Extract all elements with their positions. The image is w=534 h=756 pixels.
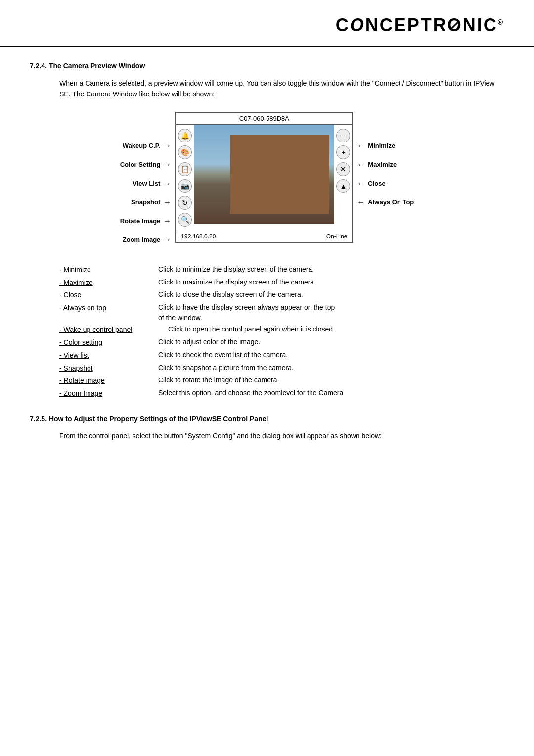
logo: CONCEPTRONIC® <box>30 15 504 36</box>
desc-def-snapshot: Click to snapshot a picture from the cam… <box>158 363 294 373</box>
desc-maximize: - Maximize Click to maximize the display… <box>59 277 504 289</box>
desc-minimize: - Minimize Click to minimize the display… <box>59 264 504 276</box>
arrow-right-icon: → <box>163 179 171 188</box>
camera-title-bar: C07-060-589D8A <box>176 113 352 125</box>
desc-term-view-list: - View list <box>59 350 158 362</box>
snapshot-icon[interactable]: 📷 <box>178 179 192 193</box>
desc-term-rotate-image: - Rotate image <box>59 375 158 387</box>
desc-def-rotate-image: Click to rotate the image of the camera. <box>158 375 279 385</box>
desc-term-close: - Close <box>59 289 158 301</box>
desc-term-snapshot: - Snapshot <box>59 363 158 375</box>
rotate-icon[interactable]: ↻ <box>178 196 192 210</box>
arrow-left-icon: ← <box>357 179 365 188</box>
desc-view-list: - View list Click to check the event lis… <box>59 350 504 362</box>
arrow-left-icon: ← <box>357 160 365 169</box>
minimize-cam-icon[interactable]: − <box>336 129 350 142</box>
desc-def-view-list: Click to check the event list of the cam… <box>158 350 288 360</box>
camera-window: C07-060-589D8A 🔔 🎨 📋 📷 ↻ 🔍 <box>175 112 353 243</box>
label-zoom: Zoom Image → <box>123 231 172 249</box>
description-table: - Minimize Click to minimize the display… <box>59 264 504 400</box>
camera-body: 🔔 🎨 📋 📷 ↻ 🔍 <box>176 125 352 231</box>
camera-right-icons: − + ✕ ▲ <box>334 125 352 231</box>
camera-status: On-Line <box>326 233 348 240</box>
camera-diagram: Wakeup C.P. → Color Setting → View List … <box>30 112 504 249</box>
desc-def-maximize: Click to maximize the display screen of … <box>158 277 316 287</box>
desc-always-on-top: - Always on top Click to have the displa… <box>59 302 504 323</box>
label-wakeup: Wakeup C.P. → <box>123 137 172 155</box>
label-view-list: View List → <box>133 174 171 193</box>
left-labels: Wakeup C.P. → Color Setting → View List … <box>120 137 176 249</box>
label-close: ← Close <box>357 174 414 193</box>
wakeup-icon[interactable]: 🔔 <box>178 129 192 142</box>
section-725: 7.2.5. How to Adjust the Property Settin… <box>30 415 504 441</box>
arrow-right-icon: → <box>163 217 171 226</box>
page-content: 7.2.4. The Camera Preview Window When a … <box>0 62 534 441</box>
label-always-on-top: ← Always On Top <box>357 193 414 212</box>
maximize-cam-icon[interactable]: + <box>336 145 350 159</box>
desc-term-minimize: - Minimize <box>59 264 158 276</box>
section-724-intro: When a Camera is selected, a preview win… <box>59 78 504 100</box>
page-header: CONCEPTRONIC® <box>0 0 534 47</box>
label-minimize: ← Minimize <box>357 137 414 155</box>
section-725-text: From the control panel, select the butto… <box>59 430 504 441</box>
desc-def-wakeup: Click to open the control panel again wh… <box>168 324 335 334</box>
color-setting-icon[interactable]: 🎨 <box>178 145 192 159</box>
desc-zoom-image: - Zoom Image Select this option, and cho… <box>59 388 504 400</box>
arrow-right-icon: → <box>163 236 171 244</box>
desc-def-close: Click to close the display screen of the… <box>158 289 303 300</box>
desc-rotate-image: - Rotate image Click to rotate the image… <box>59 375 504 387</box>
desc-color-setting: - Color setting Click to adjust color of… <box>59 337 504 349</box>
camera-ip: 192.168.0.20 <box>181 233 216 240</box>
arrow-right-icon: → <box>163 160 171 169</box>
desc-snapshot: - Snapshot Click to snapshot a picture f… <box>59 363 504 375</box>
desc-term-color-setting: - Color setting <box>59 337 158 349</box>
camera-image <box>194 125 334 224</box>
desc-term-always-on-top: - Always on top <box>59 302 158 314</box>
always-on-top-icon[interactable]: ▲ <box>336 179 350 193</box>
label-color-setting: Color Setting → <box>120 155 172 174</box>
building-facade <box>230 135 329 214</box>
section-725-heading: 7.2.5. How to Adjust the Property Settin… <box>30 415 504 423</box>
camera-title: C07-060-589D8A <box>239 115 289 122</box>
desc-term-wakeup: - Wake up control panel <box>59 324 168 336</box>
camera-left-icons: 🔔 🎨 📋 📷 ↻ 🔍 <box>176 125 194 231</box>
building-background <box>194 125 334 224</box>
label-maximize: ← Maximize <box>357 155 414 174</box>
label-rotate: Rotate Image → <box>120 212 172 231</box>
arrow-left-icon: ← <box>357 198 365 207</box>
desc-def-always-on-top: Click to have the display screen always … <box>158 302 335 323</box>
desc-term-maximize: - Maximize <box>59 277 158 289</box>
desc-close: - Close Click to close the display scree… <box>59 289 504 301</box>
desc-def-zoom-image: Select this option, and choose the zooml… <box>158 388 343 398</box>
section-724: 7.2.4. The Camera Preview Window When a … <box>30 62 504 400</box>
arrow-left-icon: ← <box>357 142 365 150</box>
right-labels: ← Minimize ← Maximize ← Close ← Always O… <box>353 137 414 212</box>
close-cam-icon[interactable]: ✕ <box>336 162 350 176</box>
camera-footer: 192.168.0.20 On-Line <box>176 231 352 242</box>
desc-def-minimize: Click to minimize the display screen of … <box>158 264 314 275</box>
arrow-right-icon: → <box>163 198 171 207</box>
view-list-icon[interactable]: 📋 <box>178 162 192 176</box>
desc-wakeup: - Wake up control panel Click to open th… <box>59 324 504 336</box>
desc-def-color-setting: Click to adjust color of the image. <box>158 337 260 347</box>
arrow-right-icon: → <box>163 142 171 150</box>
building-windows <box>235 140 324 145</box>
desc-term-zoom-image: - Zoom Image <box>59 388 158 400</box>
label-snapshot: Snapshot → <box>131 193 171 212</box>
zoom-icon[interactable]: 🔍 <box>178 213 192 227</box>
section-724-heading: 7.2.4. The Camera Preview Window <box>30 62 504 70</box>
